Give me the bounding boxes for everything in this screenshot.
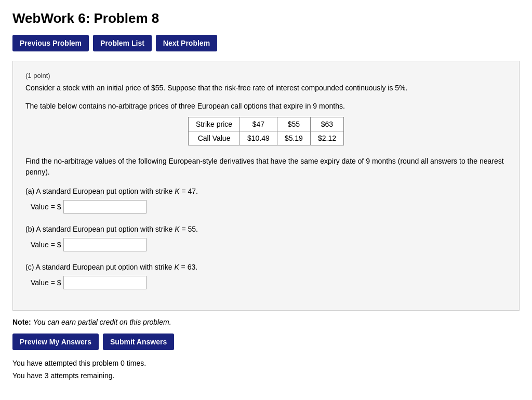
table-section: The table below contains no-arbitrage pr… xyxy=(25,101,507,145)
options-table: Strike price $47 $55 $63 Call Value $10.… xyxy=(188,117,344,145)
col-strike-label: Strike price xyxy=(189,117,240,131)
attempts-line1: You have attempted this problem 0 times. xyxy=(12,357,520,370)
note-section: Note: You can earn partial credit on thi… xyxy=(12,318,520,326)
next-problem-button[interactable]: Next Problem xyxy=(156,35,217,51)
attempt-info: You have attempted this problem 0 times.… xyxy=(12,357,520,382)
question-part-b: (b) A standard European put option with … xyxy=(25,224,507,251)
attempts-line2: You have 3 attempts remaining. xyxy=(12,370,520,382)
question-part-c: (c) A standard European put option with … xyxy=(25,262,507,289)
part-a-input[interactable] xyxy=(63,200,147,214)
question-section: Find the no-arbitrage values of the foll… xyxy=(25,156,507,289)
page-title: WebWork 6: Problem 8 xyxy=(12,10,520,26)
note-prefix: Note: xyxy=(12,318,31,326)
question-intro: Find the no-arbitrage values of the foll… xyxy=(25,156,507,178)
col-63: $63 xyxy=(310,117,343,131)
table-header-row: Strike price $47 $55 $63 xyxy=(189,117,344,131)
problem-container: (1 point) Consider a stock with an initi… xyxy=(12,61,520,311)
call-val-55: $5.19 xyxy=(277,131,310,145)
intro-line1: Consider a stock with an initial price o… xyxy=(25,84,407,92)
part-b-answer-row: Value = $ xyxy=(31,238,507,251)
note-text: You can earn partial credit on this prob… xyxy=(31,318,171,326)
table-intro: The table below contains no-arbitrage pr… xyxy=(25,101,507,112)
previous-problem-button[interactable]: Previous Problem xyxy=(12,35,89,51)
bottom-buttons: Preview My Answers Submit Answers xyxy=(12,334,520,350)
part-b-input[interactable] xyxy=(63,238,147,251)
intro-text: Consider a stock with an initial price o… xyxy=(25,83,507,94)
part-c-answer-row: Value = $ xyxy=(31,276,507,289)
col-47: $47 xyxy=(240,117,277,131)
part-a-answer-row: Value = $ xyxy=(31,200,507,214)
question-part-a: (a) A standard European put option with … xyxy=(25,186,507,214)
part-a-label: (a) A standard European put option with … xyxy=(25,186,507,197)
part-c-label: (c) A standard European put option with … xyxy=(25,262,507,273)
submit-button[interactable]: Submit Answers xyxy=(103,334,174,350)
col-55: $55 xyxy=(277,117,310,131)
call-val-63: $2.12 xyxy=(310,131,343,145)
table-value-row: Call Value $10.49 $5.19 $2.12 xyxy=(189,131,344,145)
call-value-label: Call Value xyxy=(189,131,240,145)
preview-button[interactable]: Preview My Answers xyxy=(12,334,99,350)
points-label: (1 point) xyxy=(25,72,507,79)
part-a-prefix: Value = $ xyxy=(31,201,61,212)
part-b-prefix: Value = $ xyxy=(31,239,61,250)
part-c-input[interactable] xyxy=(63,276,147,289)
table-wrapper: Strike price $47 $55 $63 Call Value $10.… xyxy=(25,117,507,145)
part-b-label: (b) A standard European put option with … xyxy=(25,224,507,235)
call-val-47: $10.49 xyxy=(240,131,277,145)
part-c-prefix: Value = $ xyxy=(31,277,61,288)
nav-buttons: Previous Problem Problem List Next Probl… xyxy=(12,35,520,51)
problem-list-button[interactable]: Problem List xyxy=(93,35,152,51)
